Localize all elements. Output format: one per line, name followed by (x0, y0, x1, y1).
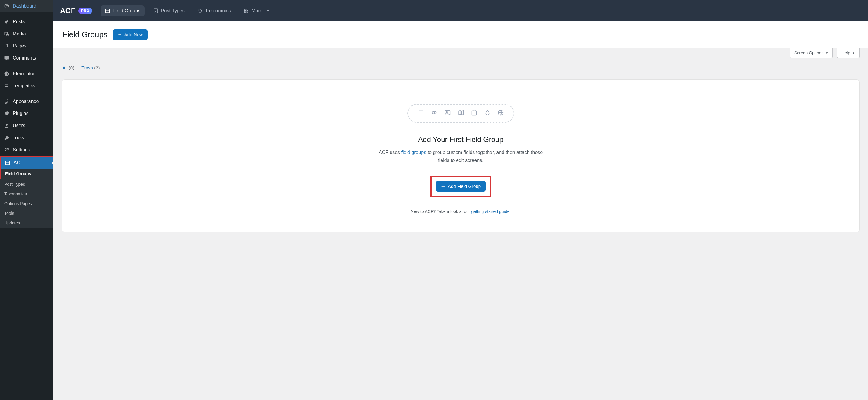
templates-icon (4, 83, 10, 89)
svg-rect-6 (6, 73, 6, 75)
empty-footer: New to ACF? Take a look at our getting s… (411, 209, 511, 214)
page-title: Field Groups (62, 30, 107, 39)
triangle-down-icon: ▼ (825, 51, 828, 55)
plus-icon (441, 184, 445, 189)
tools-icon (4, 135, 10, 141)
chevron-down-icon (266, 8, 270, 13)
submenu-taxonomies[interactable]: Taxonomies (0, 189, 54, 199)
menu-settings[interactable]: Settings (0, 144, 54, 156)
getting-started-link[interactable]: getting started guide (471, 209, 509, 214)
acf-topbar: ACF PRO Field Groups Post Types Taxonomi… (54, 0, 868, 22)
add-new-button[interactable]: Add New (113, 29, 148, 40)
filter-trash[interactable]: Trash (82, 65, 93, 70)
calendar-icon (471, 109, 477, 117)
menu-users[interactable]: Users (0, 120, 54, 132)
acf-submenu: Field Groups (1, 169, 54, 178)
comments-icon (4, 55, 10, 61)
svg-rect-17 (245, 9, 246, 10)
menu-templates[interactable]: Templates (0, 80, 54, 92)
pro-badge: PRO (79, 7, 92, 14)
pin-icon (4, 19, 10, 25)
dashboard-icon (4, 3, 10, 9)
tab-post-types[interactable]: Post Types (149, 5, 189, 16)
field-groups-link[interactable]: field groups (401, 150, 426, 155)
menu-label: Posts (13, 19, 25, 25)
help-button[interactable]: Help ▼ (837, 48, 860, 58)
empty-state-card: Add Your First Field Group ACF uses fiel… (62, 80, 860, 232)
svg-rect-23 (472, 111, 476, 115)
tab-taxonomies[interactable]: Taxonomies (193, 5, 235, 16)
screen-options-button[interactable]: Screen Options ▼ (790, 48, 833, 58)
menu-label: Elementor (13, 71, 35, 77)
menu-posts[interactable]: Posts (0, 16, 54, 28)
acf-logo: ACF PRO (60, 7, 92, 15)
menu-comments[interactable]: Comments (0, 52, 54, 64)
users-icon (4, 123, 10, 129)
menu-elementor[interactable]: Elementor (0, 68, 54, 80)
menu-label: Appearance (13, 99, 39, 104)
plugins-icon (4, 111, 10, 117)
menu-label: Users (13, 123, 25, 128)
menu-label: Dashboard (13, 3, 36, 9)
submenu-updates[interactable]: Updates (0, 218, 54, 228)
menu-label: Media (13, 31, 26, 36)
svg-point-10 (6, 124, 7, 126)
filter-trash-count: (2) (94, 65, 100, 70)
text-icon (418, 109, 424, 117)
svg-rect-7 (7, 73, 7, 73)
filter-all[interactable]: All (62, 65, 68, 70)
status-filters: All (0) | Trash (2) (54, 58, 868, 74)
submenu-tools[interactable]: Tools (0, 208, 54, 218)
menu-label: Comments (13, 55, 36, 61)
menu-acf[interactable]: ACF (1, 157, 54, 169)
page-header: Field Groups Add New (54, 22, 868, 48)
empty-description: ACF uses field groups to group custom fi… (376, 149, 546, 164)
submenu-post-types[interactable]: Post Types (0, 179, 54, 189)
menu-label: Pages (13, 43, 26, 49)
globe-icon (497, 109, 504, 117)
menu-media[interactable]: Media (0, 28, 54, 40)
menu-label: Plugins (13, 111, 28, 116)
svg-rect-11 (5, 149, 6, 150)
settings-icon (4, 147, 10, 153)
submenu-field-groups[interactable]: Field Groups (1, 169, 54, 178)
menu-label: Settings (13, 147, 30, 152)
icon-pill (407, 104, 514, 123)
svg-rect-20 (247, 11, 248, 13)
plus-icon (118, 33, 122, 37)
svg-rect-13 (5, 161, 10, 165)
svg-rect-8 (7, 74, 7, 74)
menu-label: ACF (13, 160, 23, 166)
tab-more[interactable]: More (239, 5, 274, 16)
svg-rect-12 (7, 149, 9, 150)
svg-point-16 (198, 9, 199, 10)
appearance-icon (4, 98, 10, 105)
screen-options-row: Screen Options ▼ Help ▼ (54, 48, 868, 58)
post-type-icon (153, 8, 158, 13)
tag-icon (197, 8, 203, 13)
empty-title: Add Your First Field Group (418, 135, 503, 144)
menu-appearance[interactable]: Appearance (0, 95, 54, 108)
filter-all-count: (0) (69, 65, 74, 70)
tab-field-groups[interactable]: Field Groups (100, 5, 145, 16)
pages-icon (4, 43, 10, 49)
svg-rect-9 (7, 74, 7, 75)
menu-label: Tools (13, 135, 24, 141)
submenu-options-pages[interactable]: Options Pages (0, 199, 54, 208)
triangle-down-icon: ▼ (852, 51, 855, 55)
highlight-box: Add Field Group (430, 176, 491, 197)
drop-icon (484, 109, 491, 117)
image-icon (444, 109, 451, 117)
elementor-icon (4, 71, 10, 77)
menu-plugins[interactable]: Plugins (0, 108, 54, 120)
acf-submenu-rest: Post Types Taxonomies Options Pages Tool… (0, 179, 54, 228)
grid-icon (244, 8, 249, 13)
menu-tools[interactable]: Tools (0, 132, 54, 144)
add-field-group-button[interactable]: Add Field Group (436, 181, 486, 192)
menu-dashboard[interactable]: Dashboard (0, 0, 54, 12)
layout-icon (105, 8, 110, 13)
acf-layout-icon (4, 160, 10, 166)
svg-rect-18 (247, 9, 248, 10)
map-icon (458, 109, 464, 117)
menu-pages[interactable]: Pages (0, 40, 54, 52)
